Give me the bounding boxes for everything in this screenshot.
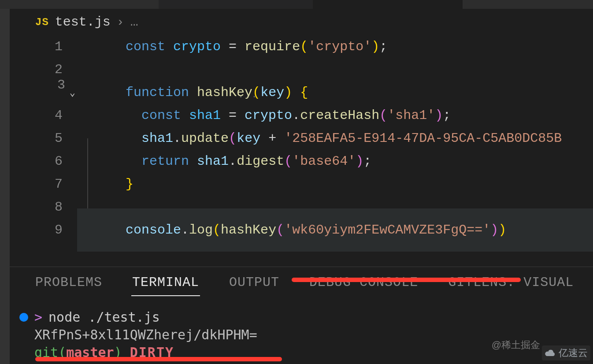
watermark-yisu: 亿速云 bbox=[542, 345, 590, 360]
chevron-down-icon[interactable]: ⌄ bbox=[70, 87, 75, 99]
ident-crypto: crypto bbox=[173, 39, 221, 54]
param-key: key bbox=[260, 85, 284, 100]
code-line[interactable]: 7 } bbox=[10, 173, 593, 196]
editor-tab-active[interactable] bbox=[313, 0, 463, 9]
terminal[interactable]: > node ./test.js XRfPnS+8xl11QWZherej/dk… bbox=[10, 308, 593, 364]
editor-tab[interactable] bbox=[0, 0, 159, 9]
keyword-return: return bbox=[141, 154, 189, 169]
semicolon: ; bbox=[379, 39, 387, 54]
line-number: 5 bbox=[10, 131, 78, 146]
ident-key: key bbox=[237, 131, 260, 146]
fn-hashKey-call: hashKey bbox=[221, 223, 276, 238]
ident-sha1: sha1 bbox=[141, 131, 173, 146]
tab-gitlens[interactable]: GITLENS: VISUAL bbox=[448, 275, 574, 290]
ident-crypto: crypto bbox=[245, 108, 292, 123]
code-line[interactable]: 1 const crypto = require('crypto'); bbox=[10, 35, 593, 58]
keyword-const: const bbox=[126, 39, 165, 54]
keyword-const: const bbox=[141, 108, 181, 123]
ident-sha1: sha1 bbox=[189, 108, 221, 123]
semicolon: ; bbox=[443, 108, 451, 123]
cloud-icon bbox=[545, 349, 556, 357]
activity-bar bbox=[0, 9, 10, 364]
brace-open: { bbox=[300, 85, 308, 100]
tab-output[interactable]: OUTPUT bbox=[229, 275, 279, 290]
tab-terminal[interactable]: TERMINAL bbox=[132, 275, 199, 290]
line-number: 9 bbox=[10, 223, 78, 238]
tab-problems[interactable]: PROBLEMS bbox=[35, 275, 102, 290]
terminal-prompt-line: > node ./test.js bbox=[19, 308, 593, 326]
fn-createHash: createHash bbox=[300, 108, 379, 123]
editor-tab[interactable] bbox=[463, 0, 593, 9]
prompt-symbol: > bbox=[34, 308, 42, 326]
line-number: 4 bbox=[10, 108, 78, 123]
line-number: 7 bbox=[10, 177, 78, 192]
code-line[interactable]: 9 console.log(hashKey('wk60yiym2FEwCAMVZ… bbox=[10, 219, 593, 241]
operator-plus: + bbox=[260, 131, 284, 146]
tab-strip bbox=[0, 0, 593, 9]
annotation-underline bbox=[292, 278, 521, 282]
line-number: 1 bbox=[10, 39, 78, 54]
js-file-icon: JS bbox=[35, 16, 49, 28]
ident-console: console bbox=[126, 223, 181, 238]
fn-log: log bbox=[189, 223, 213, 238]
string-base64: 'base64' bbox=[292, 154, 356, 169]
fn-hashKey: hashKey bbox=[197, 85, 252, 100]
keyword-function: function bbox=[126, 85, 189, 100]
tab-debug-console[interactable]: DEBUG CONSOLE bbox=[309, 275, 418, 290]
brace-close: } bbox=[126, 177, 133, 192]
string-arg: 'wk60yiym2FEwCAMVZE3FgQ==' bbox=[284, 223, 490, 238]
panel-tabs: PROBLEMS TERMINAL OUTPUT DEBUG CONSOLE G… bbox=[10, 267, 593, 297]
fn-update: update bbox=[181, 131, 229, 146]
line-number: 8 bbox=[10, 200, 78, 215]
watermark-juejin: @稀土掘金 bbox=[492, 338, 540, 352]
ident-sha1: sha1 bbox=[197, 154, 229, 169]
status-dot-icon bbox=[19, 313, 28, 322]
string-guid: '258EAFA5-E914-47DA-95CA-C5AB0DC85B bbox=[284, 131, 562, 146]
code-editor[interactable]: ... 1 const crypto = require('crypto'); … bbox=[10, 35, 593, 260]
operator-eq: = bbox=[221, 39, 245, 54]
annotation-underline bbox=[35, 357, 282, 361]
terminal-command: node ./test.js bbox=[48, 308, 160, 326]
semicolon: ; bbox=[363, 154, 371, 169]
fn-require: require bbox=[245, 39, 300, 54]
operator-eq: = bbox=[221, 108, 245, 123]
string-sha1: 'sha1' bbox=[387, 108, 435, 123]
watermark-text: 亿速云 bbox=[559, 346, 588, 360]
line-number: 6 bbox=[10, 154, 78, 169]
string-crypto: 'crypto' bbox=[308, 39, 371, 54]
fn-digest: digest bbox=[237, 154, 284, 169]
editor-tab[interactable] bbox=[159, 0, 313, 9]
